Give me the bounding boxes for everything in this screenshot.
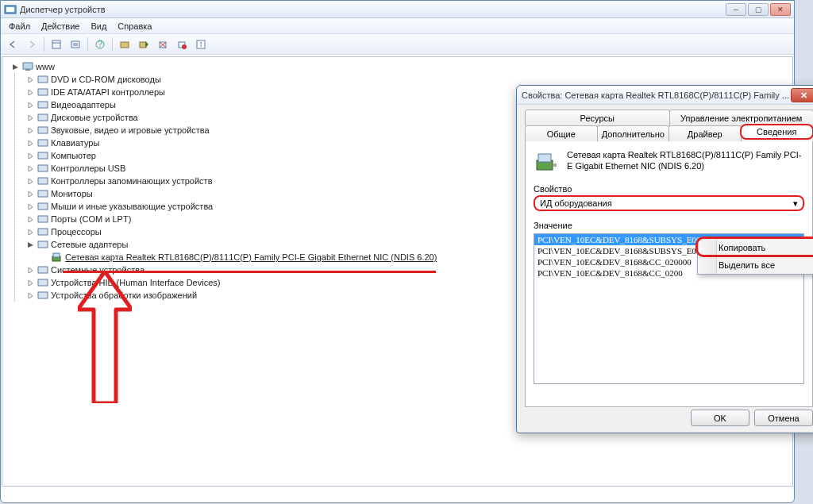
expand-icon[interactable] bbox=[25, 100, 35, 110]
svg-rect-10 bbox=[140, 42, 146, 48]
expand-icon[interactable] bbox=[25, 227, 35, 237]
properties-button[interactable] bbox=[192, 37, 210, 52]
back-button[interactable] bbox=[4, 37, 21, 52]
dialog-title: Свойства: Сетевая карта Realtek RTL8168C… bbox=[522, 90, 813, 100]
maximize-button[interactable]: ▢ bbox=[748, 3, 769, 16]
expand-icon[interactable] bbox=[25, 176, 35, 186]
dialog-close-button[interactable]: ✕ bbox=[791, 88, 813, 102]
category-icon bbox=[37, 162, 49, 175]
uninstall-button[interactable] bbox=[154, 37, 171, 52]
expand-icon[interactable] bbox=[25, 87, 35, 97]
menubar: Файл Действие Вид Справка bbox=[1, 18, 794, 34]
svg-rect-25 bbox=[38, 127, 48, 133]
svg-rect-42 bbox=[553, 164, 557, 167]
expand-icon[interactable] bbox=[25, 278, 35, 287]
svg-rect-39 bbox=[38, 292, 48, 298]
expand-icon[interactable] bbox=[25, 138, 35, 148]
forward-button[interactable] bbox=[23, 37, 40, 52]
collapse-icon[interactable] bbox=[10, 62, 20, 71]
context-select-all[interactable]: Выделить все bbox=[698, 256, 813, 274]
menu-action[interactable]: Действие bbox=[37, 20, 84, 33]
category-icon bbox=[37, 289, 49, 302]
network-adapter-icon bbox=[534, 149, 559, 175]
tree-category-label: Процессоры bbox=[51, 227, 102, 237]
titlebar[interactable]: Диспетчер устройств ─ ▢ ✕ bbox=[1, 1, 794, 18]
category-icon bbox=[37, 137, 49, 149]
context-copy[interactable]: Копировать bbox=[698, 239, 813, 256]
tree-root-label: www bbox=[36, 62, 55, 71]
tab-general[interactable]: Общие bbox=[525, 125, 598, 141]
tree-category-label: DVD и CD-ROM дисководы bbox=[51, 75, 161, 84]
tree-category-label: Звуковые, видео и игровые устройства bbox=[51, 125, 210, 135]
expand-icon[interactable] bbox=[25, 202, 35, 211]
menu-file[interactable]: Файл bbox=[4, 20, 35, 33]
svg-point-15 bbox=[182, 44, 187, 49]
property-dropdown[interactable]: ИД оборудования ▾ bbox=[534, 195, 804, 211]
svg-rect-4 bbox=[71, 41, 79, 48]
scan-button[interactable] bbox=[116, 37, 133, 52]
svg-rect-34 bbox=[38, 241, 48, 248]
svg-rect-31 bbox=[38, 203, 48, 210]
expand-icon[interactable] bbox=[25, 189, 35, 198]
toolbar-icon[interactable] bbox=[67, 37, 84, 52]
tab-resources[interactable]: Ресурсы bbox=[525, 110, 670, 125]
menu-view[interactable]: Вид bbox=[86, 20, 111, 33]
svg-rect-38 bbox=[38, 279, 48, 286]
dialog-titlebar[interactable]: Свойства: Сетевая карта Realtek RTL8168C… bbox=[517, 86, 813, 105]
category-icon bbox=[37, 175, 49, 187]
category-icon bbox=[37, 111, 49, 124]
tree-category-label: Контроллеры запоминающих устройств bbox=[51, 176, 212, 186]
category-icon bbox=[37, 213, 49, 225]
expand-icon[interactable] bbox=[25, 113, 35, 122]
category-icon bbox=[37, 73, 49, 86]
tree-category-label: Клавиатуры bbox=[51, 138, 99, 148]
expand-icon[interactable] bbox=[25, 214, 35, 224]
collapse-icon[interactable] bbox=[25, 240, 35, 249]
tab-driver[interactable]: Драйвер bbox=[669, 125, 742, 141]
expand-icon[interactable] bbox=[25, 125, 35, 135]
value-label: Значение bbox=[534, 221, 804, 230]
svg-rect-1 bbox=[6, 7, 14, 12]
help-button[interactable]: ? bbox=[91, 37, 109, 52]
update-driver-button[interactable] bbox=[135, 37, 152, 52]
tree-category-label: Компьютер bbox=[51, 151, 96, 160]
expand-icon[interactable] bbox=[25, 151, 35, 160]
computer-icon bbox=[21, 60, 34, 73]
device-name: Сетевая карта Realtek RTL8168C(P)/8111C(… bbox=[567, 149, 804, 175]
tree-root[interactable]: www bbox=[10, 60, 792, 73]
menu-help[interactable]: Справка bbox=[113, 20, 156, 33]
tab-details[interactable]: Сведения bbox=[740, 124, 814, 140]
tree-category-label: Контроллеры USB bbox=[51, 164, 125, 173]
tab-advanced[interactable]: Дополнительно bbox=[597, 125, 670, 141]
svg-rect-21 bbox=[38, 76, 48, 83]
close-button[interactable]: ✕ bbox=[770, 3, 791, 16]
context-menu: Копировать Выделить все bbox=[697, 238, 813, 275]
expand-icon[interactable] bbox=[25, 164, 35, 173]
tab-power[interactable]: Управление электропитанием bbox=[669, 110, 814, 125]
expand-icon[interactable] bbox=[25, 290, 35, 300]
svg-rect-32 bbox=[38, 216, 48, 222]
network-adapter-icon bbox=[51, 251, 64, 264]
tree-category-label: Мониторы bbox=[51, 189, 93, 198]
chevron-down-icon: ▾ bbox=[793, 198, 798, 209]
tree-category[interactable]: DVD и CD-ROM дисководы bbox=[25, 73, 792, 86]
tab-container: Ресурсы Управление электропитанием Общие… bbox=[517, 105, 813, 141]
expand-icon[interactable] bbox=[25, 265, 35, 275]
svg-rect-30 bbox=[38, 190, 48, 197]
expand-icon[interactable] bbox=[25, 75, 35, 84]
ok-button[interactable]: OK bbox=[691, 410, 749, 426]
category-icon bbox=[37, 124, 49, 137]
app-icon bbox=[4, 3, 17, 16]
svg-rect-36 bbox=[53, 253, 60, 257]
svg-rect-24 bbox=[38, 114, 48, 121]
svg-rect-20 bbox=[25, 69, 30, 71]
cancel-button[interactable]: Отмена bbox=[754, 410, 813, 426]
disable-button[interactable] bbox=[173, 37, 191, 52]
svg-rect-9 bbox=[121, 42, 129, 48]
toolbar-icon[interactable] bbox=[48, 37, 65, 52]
svg-rect-28 bbox=[38, 165, 48, 171]
minimize-button[interactable]: ─ bbox=[726, 3, 746, 16]
category-icon bbox=[37, 238, 49, 251]
tree-category-label: Сетевые адаптеры bbox=[51, 240, 128, 249]
svg-rect-33 bbox=[38, 229, 48, 235]
